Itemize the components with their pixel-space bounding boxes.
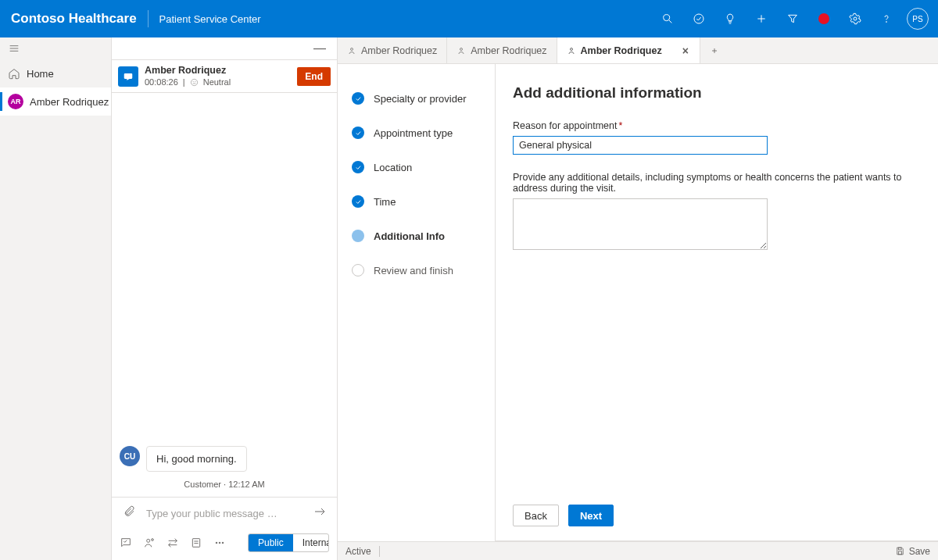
svg-point-6	[886, 22, 887, 23]
work-area: Amber Rodriquez Amber Rodriquez Amber Ro…	[338, 37, 938, 560]
svg-rect-18	[192, 539, 199, 548]
save-label: Save	[909, 546, 930, 557]
status-active-label: Active	[345, 546, 371, 557]
tab-label: Amber Rodriquez	[581, 45, 662, 56]
conv-minimize-icon[interactable]: —	[112, 37, 337, 59]
session-avatar-badge: AR	[8, 94, 23, 109]
tab-label: Amber Rodriquez	[361, 45, 437, 56]
svg-line-1	[669, 20, 671, 23]
svg-point-2	[694, 14, 704, 23]
left-nav-rail: Home AR Amber Rodriquez	[0, 37, 112, 560]
chat-channel-icon	[118, 66, 138, 87]
app-subtitle: Patient Service Center	[159, 13, 261, 25]
person-icon	[347, 46, 356, 55]
quick-reply-icon[interactable]	[120, 537, 132, 549]
add-icon[interactable]	[746, 0, 777, 37]
visibility-toggle[interactable]: Public Internal	[248, 533, 329, 552]
svg-rect-10	[124, 73, 133, 79]
record-tab-active[interactable]: Amber Rodriquez ×	[557, 37, 700, 63]
svg-point-23	[222, 542, 224, 544]
filter-icon[interactable]	[777, 0, 808, 37]
svg-point-24	[351, 48, 353, 50]
task-check-icon[interactable]	[683, 0, 714, 37]
header-divider	[148, 10, 149, 27]
save-icon	[895, 546, 905, 556]
toggle-public[interactable]: Public	[249, 534, 293, 551]
step-review[interactable]: Review and finish	[352, 253, 495, 287]
customer-avatar-badge: CU	[120, 446, 140, 466]
svg-point-16	[147, 539, 150, 542]
wizard-steps: Specialty or provider Appointment type L…	[338, 64, 496, 541]
nav-home[interactable]: Home	[0, 59, 111, 87]
tab-label: Amber Rodriquez	[471, 45, 546, 56]
svg-point-25	[460, 48, 463, 50]
person-icon	[567, 46, 576, 55]
save-button[interactable]: Save	[895, 546, 930, 557]
lightbulb-icon[interactable]	[714, 0, 746, 37]
message-list[interactable]: CU Hi, good morning. Customer · 12:12 AM	[112, 93, 337, 497]
reason-input[interactable]	[513, 136, 768, 155]
session-sentiment: Neutral	[203, 77, 231, 88]
message-input[interactable]	[145, 507, 304, 520]
svg-point-22	[219, 542, 220, 544]
svg-point-11	[191, 79, 197, 85]
add-tab-button[interactable]	[700, 37, 729, 63]
message-row: CU Hi, good morning.	[120, 446, 329, 472]
app-header: Contoso Healthcare Patient Service Cente…	[0, 0, 938, 37]
nav-session-item[interactable]: AR Amber Rodriquez	[0, 87, 111, 116]
svg-rect-29	[898, 548, 901, 550]
consult-icon[interactable]	[143, 537, 156, 549]
svg-rect-30	[898, 551, 901, 555]
message-meta: Customer · 12:12 AM	[120, 480, 329, 489]
help-icon[interactable]	[871, 0, 902, 37]
nav-session-label: Amber Rodriquez	[30, 96, 109, 108]
step-additional-info[interactable]: Additional Info	[352, 219, 495, 253]
tab-strip: Amber Rodriquez Amber Rodriquez Amber Ro…	[338, 37, 938, 64]
user-avatar[interactable]: PS	[907, 8, 929, 30]
record-tab[interactable]: Amber Rodriquez	[447, 37, 557, 63]
sentiment-neutral-icon	[190, 78, 199, 87]
home-icon	[8, 67, 20, 80]
person-icon	[456, 46, 466, 55]
record-tab[interactable]: Amber Rodriquez	[338, 37, 447, 63]
status-separator	[379, 546, 380, 557]
brand-name: Contoso Healthcare	[11, 11, 137, 27]
transfer-icon[interactable]	[166, 537, 179, 549]
step-appointment-type[interactable]: Appointment type	[352, 116, 495, 150]
svg-point-17	[152, 539, 154, 541]
details-textarea[interactable]	[513, 198, 768, 250]
svg-point-0	[664, 15, 670, 21]
step-location[interactable]: Location	[352, 150, 495, 184]
close-tab-icon[interactable]: ×	[681, 45, 690, 57]
wizard-form: Add additional information Reason for ap…	[496, 64, 938, 541]
back-button[interactable]: Back	[513, 505, 559, 526]
notes-icon[interactable]	[190, 537, 202, 549]
nav-hamburger-icon[interactable]	[0, 37, 111, 59]
end-session-button[interactable]: End	[297, 67, 331, 86]
settings-gear-icon[interactable]	[840, 0, 871, 37]
reason-label: Reason for appointment*	[513, 120, 922, 131]
svg-point-26	[570, 48, 572, 50]
toggle-internal[interactable]: Internal	[293, 534, 329, 551]
attach-icon[interactable]	[123, 505, 135, 521]
active-session-header: Amber Rodriquez 00:08:26 | Neutral End	[112, 59, 337, 93]
send-icon[interactable]	[313, 505, 326, 521]
nav-home-label: Home	[27, 68, 54, 80]
message-composer: Public Internal	[112, 497, 337, 560]
conversation-panel: — Amber Rodriquez 00:08:26 | Neutral End…	[112, 37, 338, 560]
step-specialty[interactable]: Specialty or provider	[352, 81, 495, 116]
message-bubble: Hi, good morning.	[146, 446, 247, 472]
search-icon[interactable]	[652, 0, 683, 37]
record-indicator-icon[interactable]	[808, 0, 840, 37]
svg-point-5	[854, 17, 857, 20]
session-name: Amber Rodriquez	[145, 65, 291, 77]
step-time[interactable]: Time	[352, 184, 495, 219]
session-separator: |	[183, 77, 185, 88]
form-heading: Add additional information	[513, 84, 922, 102]
next-button[interactable]: Next	[568, 505, 614, 526]
session-timer: 00:08:26	[145, 77, 178, 88]
more-icon[interactable]	[213, 537, 226, 549]
status-bar: Active Save	[338, 541, 938, 560]
details-label: Provide any additional details, includin…	[513, 172, 922, 194]
svg-point-21	[216, 542, 217, 544]
